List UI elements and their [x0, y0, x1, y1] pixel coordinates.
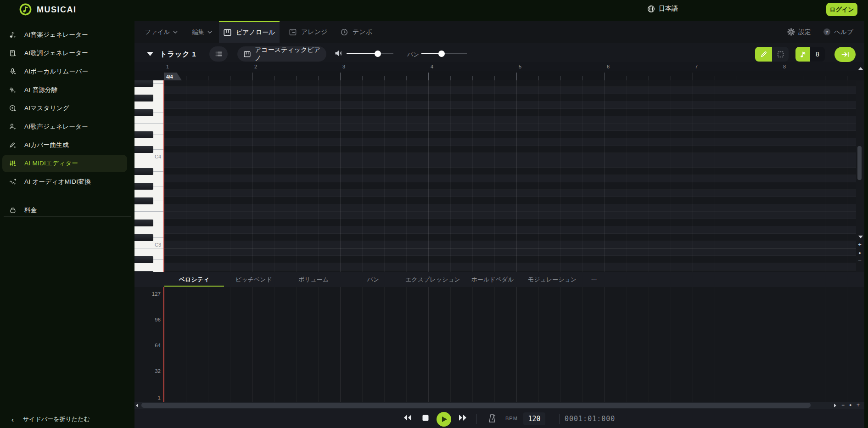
black-key-A#4[interactable]: [134, 80, 153, 87]
help-icon: ?: [823, 28, 831, 36]
track-collapse-caret[interactable]: [147, 52, 153, 56]
controller-tab-4[interactable]: エクスプレッション: [403, 272, 463, 287]
black-key-A#2[interactable]: [134, 256, 153, 263]
playhead: [163, 80, 164, 272]
sidebar-item-1[interactable]: AI歌詞ジェネレーター: [2, 45, 127, 62]
grid-row-C#3: [164, 234, 856, 241]
sidebar-item-6[interactable]: AIカバー曲生成: [2, 136, 127, 154]
metronome-button[interactable]: [488, 414, 496, 423]
black-key-D#4[interactable]: [134, 131, 153, 138]
vertical-scroll-thumb[interactable]: [857, 146, 862, 180]
velocity-beat-line: [494, 287, 495, 402]
velocity-bar-line: [252, 287, 252, 402]
black-key-A#3[interactable]: [134, 168, 153, 175]
language-selector[interactable]: 日本語: [647, 5, 678, 13]
piano-small-icon: [244, 51, 251, 57]
grid-bar-line: [781, 80, 781, 272]
controller-tab-more[interactable]: ⋯: [587, 272, 601, 287]
tab-2[interactable]: テンポ: [341, 21, 384, 43]
horizontal-scroll-thumb[interactable]: [141, 403, 811, 408]
tab-1[interactable]: アレンジ: [289, 21, 335, 43]
velocity-beat-line: [803, 287, 803, 402]
note-icon: [800, 51, 806, 58]
velocity-scale-label: 32: [155, 368, 161, 374]
scroll-down-arrow[interactable]: [858, 236, 863, 238]
piano-keyboard[interactable]: C4C3: [134, 80, 164, 272]
grid-bar-line: [516, 80, 517, 272]
black-key-F#3[interactable]: [134, 197, 153, 204]
zoom-out-vertical-button[interactable]: −: [856, 257, 863, 264]
rewind-button[interactable]: [403, 414, 412, 421]
bar-number: 4: [431, 64, 433, 69]
zoom-reset-vertical-button[interactable]: ●: [856, 250, 863, 256]
controller-tab-6[interactable]: モジュレーション: [522, 272, 582, 287]
controller-tab-1[interactable]: ピッチベンド: [224, 272, 284, 287]
grid-bar-line: [252, 80, 252, 272]
grid-row-D4: [164, 138, 856, 146]
key-label-C4: C4: [155, 154, 161, 159]
black-key-G#4[interactable]: [134, 95, 153, 101]
black-key-C#3[interactable]: [134, 234, 153, 241]
sidebar-item-2[interactable]: AIボーカルリムーバー: [2, 63, 127, 80]
forward-button[interactable]: [458, 414, 468, 421]
black-key-G#3[interactable]: [134, 183, 153, 190]
white-key-separator: [153, 201, 164, 201]
zoom-in-vertical-button[interactable]: +: [856, 242, 863, 248]
pan-slider-knob[interactable]: [438, 51, 445, 57]
volume-slider-knob[interactable]: [375, 51, 381, 57]
scroll-left-arrow[interactable]: [136, 404, 138, 407]
zoom-reset-horizontal-button[interactable]: ●: [849, 402, 851, 409]
sidebar-item-3[interactable]: AI 音源分離: [2, 81, 127, 99]
stop-button[interactable]: [422, 415, 429, 421]
black-key-D#3[interactable]: [134, 220, 153, 226]
tab-label: アレンジ: [301, 28, 327, 36]
sidebar-item-pricing[interactable]: 料金: [2, 202, 127, 219]
sidebar-collapse-button[interactable]: ‹ サイドバーを折りたたむ: [0, 413, 134, 426]
tempo-clock-icon: [341, 28, 348, 36]
timeline-ruler[interactable]: 4/4 12345678: [134, 62, 864, 80]
note-division-button[interactable]: [795, 47, 810, 62]
track-list-button[interactable]: [209, 46, 228, 62]
note-division-value[interactable]: 8: [810, 47, 825, 62]
controller-tab-0[interactable]: ベロシティ: [164, 272, 224, 287]
piano-roll-grid[interactable]: C4C3: [134, 80, 864, 272]
grid-bar-line: [428, 80, 429, 272]
sidebar-item-4[interactable]: AIマスタリング: [2, 100, 127, 117]
grid-row-B2: [164, 248, 856, 256]
go-to-end-button[interactable]: [834, 47, 856, 62]
sidebar-item-7[interactable]: AI MIDIエディター: [2, 155, 127, 172]
go-to-end-icon: [841, 51, 849, 58]
scroll-right-arrow[interactable]: [834, 404, 836, 407]
pan-slider[interactable]: [421, 53, 467, 54]
settings-button[interactable]: 設定: [787, 28, 811, 36]
menu-1[interactable]: 編集: [192, 21, 212, 43]
sidebar-item-0[interactable]: AI音楽ジェネレーター: [2, 26, 127, 44]
instrument-selector[interactable]: アコースティックピアノ: [237, 46, 326, 62]
pricing-label: 料金: [24, 206, 37, 214]
login-button[interactable]: ログイン: [826, 3, 857, 16]
controller-tab-2[interactable]: ボリューム: [284, 272, 343, 287]
bpm-input[interactable]: 120: [523, 412, 545, 425]
sidebar-item-8[interactable]: AI オーディオMIDI変換: [2, 173, 127, 191]
black-key-F#4[interactable]: [134, 109, 153, 116]
play-button[interactable]: [437, 412, 451, 427]
help-button[interactable]: ?ヘルプ: [823, 28, 853, 36]
black-key-C#4[interactable]: [134, 146, 153, 153]
pencil-tool-button[interactable]: [755, 47, 772, 62]
tab-0[interactable]: ピアノロール: [219, 21, 280, 43]
sidebar-item-5[interactable]: AI歌声ジェネレーター: [2, 118, 127, 135]
draw-select-toggle: [755, 47, 789, 62]
bar-tick: [252, 73, 252, 80]
scroll-up-arrow[interactable]: [858, 67, 863, 70]
controller-tab-3[interactable]: パン: [343, 272, 403, 287]
marquee-select-button[interactable]: [772, 47, 789, 62]
zoom-out-horizontal-button[interactable]: −: [841, 402, 845, 409]
volume-slider[interactable]: [347, 53, 393, 54]
mic-plus-icon: [9, 68, 17, 75]
zoom-in-horizontal-button[interactable]: +: [857, 402, 860, 409]
menu-0[interactable]: ファイル: [145, 21, 178, 43]
bar-number: 8: [783, 64, 786, 69]
velocity-canvas[interactable]: 1279664321: [134, 287, 864, 402]
controller-tab-5[interactable]: ホールドペダル: [463, 272, 522, 287]
bar-tick: [605, 73, 605, 80]
